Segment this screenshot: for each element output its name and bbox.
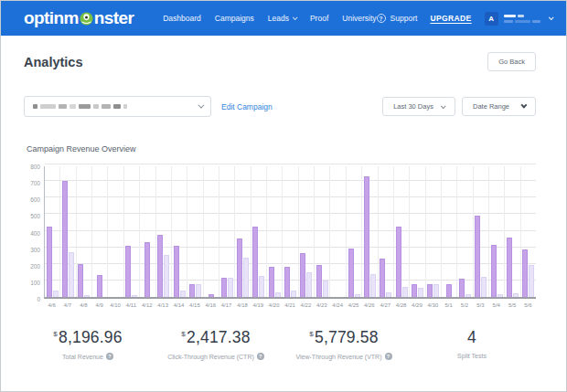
bar-light <box>355 294 360 297</box>
bar-dark <box>446 284 452 297</box>
nav-item-label: Leads <box>268 14 289 23</box>
nav-item-dashboard[interactable]: Dashboard <box>163 14 201 23</box>
x-tick-label: 4/8 <box>76 302 91 308</box>
optinmonster-logo[interactable]: optinm nster <box>24 8 134 28</box>
info-tooltip-icon[interactable]: ? <box>385 353 392 360</box>
bar-dark <box>269 267 274 297</box>
currency-symbol: $ <box>309 330 314 338</box>
bar-dark <box>78 264 83 297</box>
bar-dark <box>459 279 465 297</box>
info-tooltip-icon[interactable]: ? <box>257 353 264 360</box>
bar-dark <box>380 259 385 297</box>
bar-group <box>45 166 60 297</box>
edit-campaign-link[interactable]: Edit Campaign <box>221 102 273 111</box>
x-tick-label: 4/7 <box>59 302 75 308</box>
bar-group <box>219 166 235 297</box>
bar-light <box>53 291 59 297</box>
bar-dark <box>62 181 68 297</box>
nav-item-label: University <box>342 14 376 23</box>
bar-group <box>187 166 203 297</box>
chart-plot <box>44 166 536 299</box>
bar-dark <box>174 246 179 297</box>
question-circle-icon: ? <box>377 14 386 23</box>
page-title: Analytics <box>24 55 82 69</box>
bar-group <box>283 166 298 297</box>
chart-plot-wrap: 4/64/74/84/94/104/114/124/134/144/154/16… <box>44 163 536 308</box>
nav-item-leads[interactable]: Leads <box>268 14 296 23</box>
x-tick-label: 4/13 <box>155 302 171 308</box>
nav-support[interactable]: ? Support <box>377 14 418 23</box>
stat-label: Click-Through Revenue (CTR)? <box>152 353 280 360</box>
go-back-button[interactable]: Go Back <box>487 52 536 71</box>
bar-dark <box>144 242 150 297</box>
bar-group <box>379 166 394 297</box>
stat-label-text: Split Tests <box>457 353 487 359</box>
stat-card: $2,417.38Click-Through Revenue (CTR)? <box>152 328 280 360</box>
bar-group <box>60 166 76 297</box>
bar-light <box>529 265 534 297</box>
user-name-redacted <box>504 15 540 23</box>
y-tick-label: 600 <box>30 196 40 203</box>
navbar-right: ? Support UPGRADE A <box>377 12 552 26</box>
bar-dark <box>316 265 322 297</box>
bar-dark <box>284 267 290 297</box>
chevron-down-icon <box>549 15 554 20</box>
chart-x-axis: 4/64/74/84/94/104/114/124/134/144/154/16… <box>44 302 536 308</box>
bar-group <box>521 166 536 297</box>
bar-group <box>442 166 457 297</box>
info-tooltip-icon[interactable]: ? <box>106 353 113 360</box>
nav-item-proof[interactable]: Proof <box>310 14 328 23</box>
bar-group <box>267 166 283 297</box>
x-tick-label: 4/20 <box>266 302 282 308</box>
revenue-chart: 0100200300400500600700800 4/64/74/84/94/… <box>24 163 536 308</box>
bar-group <box>92 166 108 297</box>
date-range-button[interactable]: Date Range <box>462 97 536 116</box>
bar-dark <box>348 249 354 297</box>
date-range-label: Date Range <box>473 102 509 111</box>
bar-group <box>299 166 315 297</box>
bar-dark <box>157 235 163 297</box>
campaign-select[interactable] <box>24 96 211 117</box>
stat-label: Total Revenue? <box>24 353 152 360</box>
bar-light <box>243 258 249 297</box>
chart-y-axis: 0100200300400500600700800 <box>24 166 44 299</box>
bar-dark <box>396 227 401 297</box>
nav-item-university[interactable]: University <box>342 14 376 23</box>
bar-group <box>347 166 362 297</box>
x-tick-label: 4/21 <box>282 302 297 308</box>
upgrade-link[interactable]: UPGRADE <box>430 14 471 23</box>
stat-label-text: Total Revenue <box>62 354 103 360</box>
bar-group <box>362 166 378 297</box>
user-menu[interactable]: A <box>485 12 552 26</box>
app-window: optinm nster DashboardCampaignsLeadsProo… <box>0 0 567 392</box>
stat-label: View-Through Revenue (VTR)? <box>280 353 408 360</box>
last-30-days-dropdown[interactable]: Last 30 Days <box>382 97 455 116</box>
bar-light <box>402 287 408 297</box>
y-tick-label: 300 <box>30 246 40 252</box>
bar-group <box>235 166 251 297</box>
bar-group <box>251 166 267 297</box>
bar-dark <box>237 238 242 297</box>
nav-item-label: Campaigns <box>215 14 254 23</box>
bar-light <box>306 272 312 297</box>
stat-label: Split Tests <box>408 353 536 359</box>
bar-group <box>394 166 410 297</box>
bar-group <box>140 166 155 297</box>
bar-light <box>433 284 439 298</box>
stat-number: 4 <box>467 328 476 346</box>
currency-symbol: $ <box>181 330 186 338</box>
top-navbar: optinm nster DashboardCampaignsLeadsProo… <box>1 1 566 36</box>
stat-value: 4 <box>408 328 536 347</box>
stat-value: $5,779.58 <box>280 328 408 347</box>
logo-text-suffix: nster <box>94 8 134 28</box>
bar-group <box>505 166 520 297</box>
nav-item-campaigns[interactable]: Campaigns <box>215 14 254 23</box>
bar-light <box>180 291 186 297</box>
bar-dark <box>252 227 258 297</box>
bar-group <box>124 166 140 297</box>
bar-group <box>426 166 442 297</box>
x-tick-label: 4/11 <box>123 302 139 308</box>
bar-group <box>330 166 346 297</box>
date-filters: Last 30 Days Date Range <box>382 97 536 116</box>
nav-item-label: Proof <box>310 14 328 23</box>
